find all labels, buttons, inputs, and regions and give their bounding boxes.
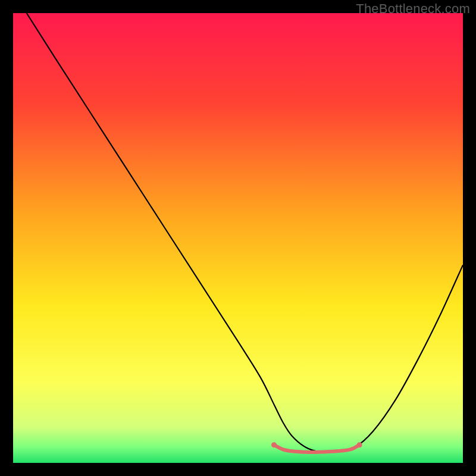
chart-frame (13, 13, 463, 463)
watermark-text: TheBottleneck.com (356, 1, 470, 17)
gradient-background (13, 13, 463, 463)
trough-endpoint-left (271, 442, 277, 447)
trough-endpoint-right (357, 442, 362, 447)
chart-svg (13, 13, 463, 463)
